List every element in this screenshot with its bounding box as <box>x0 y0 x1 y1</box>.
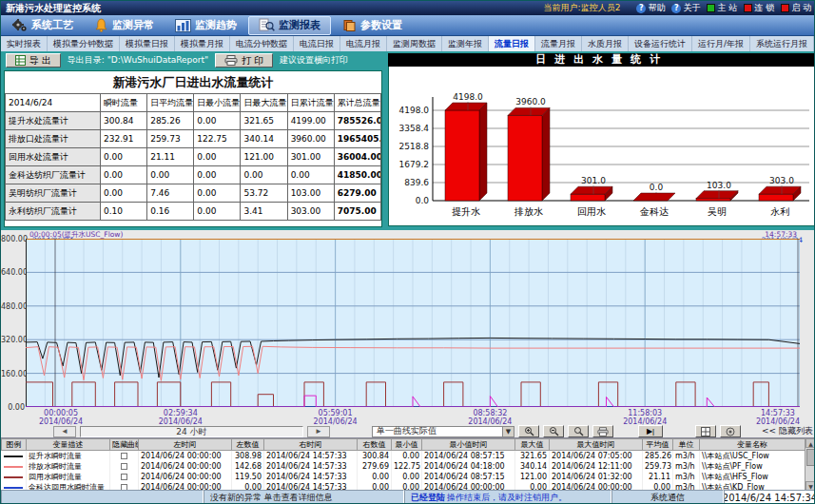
column-header: 最小值时间 <box>422 439 515 451</box>
trend-x-tick: 00:00:052014/06/24 <box>39 409 83 426</box>
trend-y-tick: 320.00 <box>1 336 25 344</box>
tab-11[interactable]: 水质月报 <box>582 36 629 51</box>
print-chart-button[interactable] <box>592 425 613 437</box>
tab-14[interactable]: 系统运行月报 <box>750 36 814 51</box>
cell-value: 0.00 <box>147 166 194 184</box>
row-label: 永利纺织厂流量计 <box>6 203 101 221</box>
svg-text:提升水: 提升水 <box>452 206 480 217</box>
cell-value: 0.00 <box>194 184 241 203</box>
trend-x-tick: 05:59:012014/06/24 <box>314 409 358 426</box>
zoom-reset-button[interactable] <box>568 425 589 437</box>
scroll-left-button[interactable]: ◄ <box>53 426 76 437</box>
zoom-out-button[interactable] <box>543 425 564 437</box>
led-icon <box>781 4 789 12</box>
window-title: 新港污水处理监控系统 <box>6 2 101 15</box>
play-button[interactable]: ▶| <box>638 425 663 437</box>
svg-text:0.0: 0.0 <box>650 183 664 192</box>
menu-item-2[interactable]: 监测趋势 <box>165 16 246 35</box>
table-scrollbar[interactable]: ▲ ▼ <box>805 438 815 491</box>
svg-text:1679.2: 1679.2 <box>399 160 430 169</box>
cell-value: 285.26 <box>643 451 673 462</box>
scroll-up-icon[interactable]: ▲ <box>805 438 815 448</box>
trend-x-tick: 11:58:032014/06/24 <box>623 409 667 426</box>
tab-6[interactable]: 电流月报 <box>340 36 387 51</box>
tab-10[interactable]: 流量月报 <box>535 36 582 51</box>
hide-curve-checkbox[interactable] <box>121 463 127 470</box>
about-button[interactable]: ?关于 <box>671 2 700 14</box>
printer-icon <box>224 55 238 66</box>
cell-value: 41850.00 <box>334 166 380 184</box>
chevron-down-icon: ▼ <box>502 427 514 436</box>
tab-1[interactable]: 模拟量分钟数据 <box>48 36 120 51</box>
tab-12[interactable]: 设备运行统计 <box>629 36 692 51</box>
menu-item-1[interactable]: 监测异常 <box>85 16 164 35</box>
led-icon <box>707 4 715 12</box>
tab-5[interactable]: 电流日报 <box>294 36 340 51</box>
tab-9[interactable]: 流量日报 <box>489 36 535 51</box>
menu-item-3[interactable]: 监测报表 <box>248 16 331 35</box>
curve-mode-dropdown[interactable]: 单一曲线实际值▼ <box>372 426 514 437</box>
current-user-label: 当前用户:监控人员2 <box>544 2 621 14</box>
column-header: 最大值 <box>515 439 550 451</box>
grid-icon <box>701 427 710 436</box>
tab-7[interactable]: 监测周数据 <box>387 36 442 51</box>
target-button[interactable] <box>720 425 741 437</box>
cell-value: 259.73 <box>147 130 194 148</box>
cell-value: 321.65 <box>515 451 550 462</box>
cell-value: 7.46 <box>147 184 194 203</box>
print-button[interactable]: 打 印 <box>215 53 273 68</box>
trend-table-row[interactable]: 回用水瞬时流量2014/06/24 00:00:00119.502014/06/… <box>2 472 805 482</box>
cell-value: 2014/06/24 04:18:00 <box>422 461 515 472</box>
tab-3[interactable]: 模拟量月报 <box>175 36 230 51</box>
tab-13[interactable]: 运行月/年报 <box>692 36 750 51</box>
cell-value: 3.41 <box>241 203 287 221</box>
tab-0[interactable]: 实时报表 <box>1 36 48 51</box>
svg-text:839.6: 839.6 <box>404 178 429 187</box>
bar-chart-area: 4198.03358.42518.81679.2839.60.04198.0提升… <box>388 67 815 226</box>
cell-value: 4199.00 <box>287 112 334 130</box>
report-icon <box>259 18 275 32</box>
grid-view-button[interactable] <box>695 425 716 437</box>
status-alarm-message[interactable]: 没有新的异常 单击查看详细信息 <box>204 490 404 504</box>
target-icon <box>726 427 735 436</box>
column-header: 日累计流量 <box>287 94 334 112</box>
trend-y-tick: 640.00 <box>1 268 25 277</box>
export-button[interactable]: 导 出 <box>6 53 61 68</box>
cell-value: 279.69 <box>358 461 392 472</box>
time-range-slider[interactable]: 24 小时 <box>80 426 303 437</box>
indicator-2[interactable]: 启 动 <box>781 2 811 14</box>
trend-table-row[interactable]: 排放水瞬时流量2014/06/24 00:00:00142.682014/06/… <box>2 461 805 472</box>
tab-8[interactable]: 监测年报 <box>442 36 489 51</box>
status-login-message: 已经登陆操作结束后，请及时注销用户。 <box>404 490 611 504</box>
legend-line-icon <box>4 487 23 489</box>
cell-value: m3/h <box>673 472 700 482</box>
tab-4[interactable]: 电流分钟数据 <box>230 36 294 51</box>
cell-value: 300.84 <box>358 451 392 462</box>
title-bar: 新港污水处理监控系统 当前用户:监控人员2 ?帮助 ?关于 主 站连 锁启 动 <box>1 1 815 15</box>
indicator-1[interactable]: 连 锁 <box>744 2 774 14</box>
magnifier-plus-icon <box>524 426 534 436</box>
hide-curve-checkbox[interactable] <box>121 474 127 480</box>
cell-value: 303.00 <box>287 203 334 221</box>
bar-chart: 4198.03358.42518.81679.2839.60.04198.0提升… <box>389 67 815 225</box>
zoom-in-button[interactable] <box>518 425 539 437</box>
cell-value: 2014/06/24 01:32:00 <box>550 472 643 482</box>
menu-item-4[interactable]: 参数设置 <box>333 16 412 35</box>
help-button[interactable]: ?帮助 <box>636 2 665 14</box>
hide-list-button[interactable]: << 隐藏列表 <box>762 425 813 437</box>
tab-2[interactable]: 模拟量日报 <box>120 36 175 51</box>
scrollbar-thumb[interactable] <box>806 449 815 466</box>
trend-table-row[interactable]: 提升水瞬时流量2014/06/24 00:00:00308.982014/06/… <box>2 451 805 462</box>
bell-icon <box>94 18 108 32</box>
legend-line-icon <box>4 476 23 478</box>
cell-value: 0.00 <box>194 203 241 221</box>
scroll-right-button[interactable]: ► <box>307 426 330 437</box>
cell-value: 0.00 <box>392 472 422 482</box>
cell-value: 300.84 <box>101 112 147 130</box>
column-header: 变量名称 <box>700 439 805 451</box>
cell-value: 53.72 <box>241 184 287 203</box>
hide-curve-checkbox[interactable] <box>121 453 127 459</box>
status-comm-label: 系统通信 <box>611 490 724 504</box>
menu-item-0[interactable]: 系统工艺 <box>3 16 83 35</box>
indicator-0[interactable]: 主 站 <box>707 2 737 14</box>
